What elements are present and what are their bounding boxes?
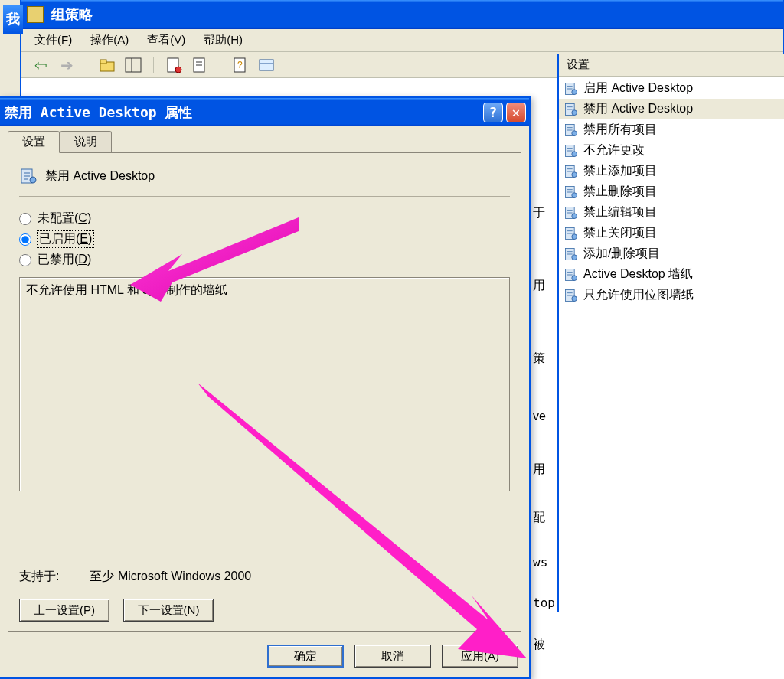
svg-point-18 xyxy=(572,130,577,135)
settings-list-item-label: Active Desktop 墙纸 xyxy=(583,266,693,282)
policy-item-icon xyxy=(564,184,579,200)
svg-point-32 xyxy=(572,275,577,280)
radio-enabled-label: 已启用(E) xyxy=(38,231,93,247)
svg-point-5 xyxy=(175,67,181,73)
settings-list-header: 设置 xyxy=(559,54,784,77)
mmc-titlebar[interactable]: 组策略 xyxy=(21,0,783,29)
mmc-menubar: 文件(F) 操作(A) 查看(V) 帮助(H) xyxy=(21,29,783,52)
svg-rect-11 xyxy=(260,60,273,70)
settings-list-item-label: 禁用所有项目 xyxy=(583,122,657,138)
divider xyxy=(19,196,510,197)
settings-list-item[interactable]: 添加/删除项目 xyxy=(559,243,784,264)
settings-list-item-label: 启用 Active Desktop xyxy=(583,80,693,96)
svg-rect-1 xyxy=(100,60,106,64)
background-text-fragments: 于 用 策 ve 用 配 ws top 被 xyxy=(533,199,555,679)
svg-point-22 xyxy=(572,171,577,177)
settings-list-item-label: 添加/删除项目 xyxy=(583,246,660,262)
settings-list-item-label: 不允许更改 xyxy=(583,142,645,158)
menu-help[interactable]: 帮助(H) xyxy=(204,33,243,47)
tab-content: 禁用 Active Desktop 未配置(C) 已启用(E) 已禁用(D) 不… xyxy=(8,152,521,632)
supported-value: 至少 Microsoft Windows 2000 xyxy=(90,569,251,585)
policy-item-icon xyxy=(564,267,579,282)
up-folder-button[interactable] xyxy=(98,56,116,74)
svg-point-14 xyxy=(572,89,577,94)
dialog-help-button[interactable]: ? xyxy=(483,103,503,122)
menu-file[interactable]: 文件(F) xyxy=(34,33,72,47)
ok-button[interactable]: 确定 xyxy=(267,645,344,668)
policy-item-icon xyxy=(564,81,579,96)
svg-point-28 xyxy=(572,233,577,239)
policy-item-icon xyxy=(564,164,579,179)
settings-list-item-label: 只允许使用位图墙纸 xyxy=(583,287,694,303)
radio-not-configured-label: 未配置(C) xyxy=(38,211,91,227)
svg-rect-2 xyxy=(126,58,141,72)
settings-list-item-label: 禁用 Active Desktop xyxy=(583,101,693,117)
policy-item-icon xyxy=(564,288,579,303)
svg-point-24 xyxy=(572,192,577,197)
cancel-button[interactable]: 取消 xyxy=(354,645,431,668)
setting-name: 禁用 Active Desktop xyxy=(45,168,155,184)
radio-not-configured-input[interactable] xyxy=(19,213,31,225)
radio-enabled-input[interactable] xyxy=(19,233,31,246)
prev-setting-button[interactable]: 上一设置(P) xyxy=(19,599,109,622)
policy-icon xyxy=(19,167,38,185)
menu-view[interactable]: 查看(V) xyxy=(147,33,185,47)
tab-settings[interactable]: 设置 xyxy=(8,131,60,153)
policy-item-icon xyxy=(564,226,579,241)
radio-disabled[interactable]: 已禁用(D) xyxy=(19,252,510,268)
settings-list-panel: 设置 启用 Active Desktop禁用 Active Desktop禁用所… xyxy=(557,54,784,612)
policy-item-icon xyxy=(564,102,579,117)
policy-item-icon xyxy=(564,143,579,158)
settings-list-item[interactable]: 禁用所有项目 xyxy=(559,119,784,140)
settings-list-item[interactable]: 禁止编辑项目 xyxy=(559,202,784,223)
radio-disabled-label: 已禁用(D) xyxy=(38,252,91,268)
settings-list-item-label: 禁止添加项目 xyxy=(583,163,657,179)
export-list-button[interactable] xyxy=(191,56,209,74)
settings-list-item[interactable]: 只允许使用位图墙纸 xyxy=(559,285,784,305)
tab-explain[interactable]: 说明 xyxy=(60,131,112,152)
policy-item-icon xyxy=(564,205,579,220)
properties-button[interactable] xyxy=(165,56,183,74)
help-button[interactable]: ? xyxy=(231,56,250,74)
partial-title-text: 我 xyxy=(3,5,23,34)
svg-text:?: ? xyxy=(237,60,243,70)
supported-label: 支持于: xyxy=(19,569,59,585)
radio-not-configured[interactable]: 未配置(C) xyxy=(19,211,510,227)
settings-list-item[interactable]: 不允许更改 xyxy=(559,140,784,161)
toolbar-separator xyxy=(153,57,154,73)
dialog-close-button[interactable]: ✕ xyxy=(506,103,526,122)
forward-button: ➔ xyxy=(57,56,76,74)
svg-point-16 xyxy=(572,109,577,115)
mmc-title: 组策略 xyxy=(51,5,93,24)
settings-list-item-label: 禁止删除项目 xyxy=(583,184,657,200)
settings-list-item-label: 禁止关闭项目 xyxy=(583,225,657,241)
settings-list-item-label: 禁止编辑项目 xyxy=(583,204,657,220)
show-hide-tree-button[interactable] xyxy=(124,56,142,74)
settings-list-item[interactable]: 禁止关闭项目 xyxy=(559,223,784,243)
radio-enabled[interactable]: 已启用(E) xyxy=(19,231,510,247)
svg-point-34 xyxy=(572,295,577,301)
apply-button[interactable]: 应用(A) xyxy=(442,645,518,668)
dialog-titlebar[interactable]: 禁用 Active Desktop 属性 ? ✕ xyxy=(0,98,529,126)
settings-list-item[interactable]: 禁止删除项目 xyxy=(559,181,784,202)
svg-point-36 xyxy=(30,177,36,183)
settings-list-item[interactable]: 禁用 Active Desktop xyxy=(559,99,784,119)
menu-action[interactable]: 操作(A) xyxy=(90,33,129,47)
dialog-tabs: 设置 说明 xyxy=(8,131,521,152)
mmc-app-icon xyxy=(27,6,44,23)
settings-list-item[interactable]: Active Desktop 墙纸 xyxy=(559,264,784,285)
description-box: 不允许使用 HTML 和 Jpg 制作的墙纸 xyxy=(19,277,510,491)
dialog-title: 禁用 Active Desktop 属性 xyxy=(5,103,483,122)
filter-button[interactable] xyxy=(257,56,276,74)
back-button[interactable]: ⇦ xyxy=(31,56,50,74)
settings-list: 启用 Active Desktop禁用 Active Desktop禁用所有项目… xyxy=(559,77,784,307)
properties-dialog: 禁用 Active Desktop 属性 ? ✕ 设置 说明 禁用 Active… xyxy=(0,96,531,679)
next-setting-button[interactable]: 下一设置(N) xyxy=(123,599,214,622)
svg-point-26 xyxy=(572,213,577,218)
policy-item-icon xyxy=(564,246,579,262)
toolbar-separator xyxy=(220,57,220,73)
settings-list-item[interactable]: 启用 Active Desktop xyxy=(559,78,784,99)
radio-disabled-input[interactable] xyxy=(19,254,31,266)
policy-item-icon xyxy=(564,122,579,138)
settings-list-item[interactable]: 禁止添加项目 xyxy=(559,161,784,181)
